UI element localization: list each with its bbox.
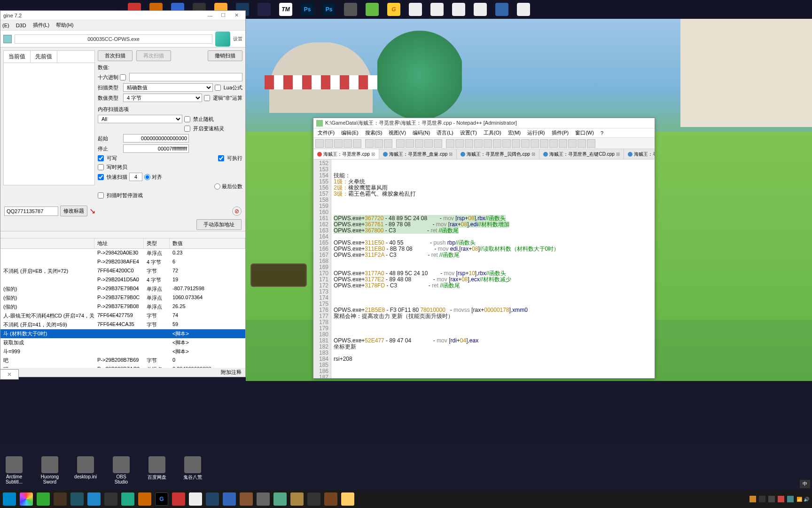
maximize-button[interactable]: ☐ <box>217 12 229 19</box>
toolbar-button[interactable] <box>396 139 405 148</box>
tab-current-value[interactable]: 当前值 <box>4 51 31 63</box>
menu-macro[interactable]: 宏(M) <box>506 129 523 136</box>
first-scan-button[interactable]: 首次扫描 <box>98 50 133 61</box>
close-button[interactable]: ✕ <box>230 12 242 19</box>
pause-checkbox[interactable] <box>98 192 104 198</box>
speedhack-checkbox[interactable] <box>184 126 190 132</box>
lua-checkbox[interactable] <box>215 85 221 91</box>
menu-edit[interactable]: 编辑(E) <box>339 129 361 136</box>
taskbar-icon[interactable] <box>240 492 253 506</box>
explorer-icon[interactable] <box>341 492 354 506</box>
tray-icon[interactable] <box>787 496 794 502</box>
table-row[interactable]: P->29B2038AFE44 字节6 <box>0 258 245 267</box>
menu-item[interactable]: (E) <box>2 23 9 28</box>
toolbar-button[interactable] <box>502 139 511 148</box>
toolbar-button[interactable] <box>344 139 352 148</box>
executable-checkbox[interactable] <box>218 155 224 161</box>
toolbar-button[interactable] <box>334 139 343 148</box>
toolbar-button[interactable] <box>446 139 454 148</box>
file-icon[interactable] <box>452 3 465 16</box>
app-icon[interactable]: TM <box>279 3 292 16</box>
undo-scan-button[interactable]: 撤销扫描 <box>208 50 242 61</box>
taskbar-icon[interactable] <box>104 492 117 506</box>
taskbar-icon[interactable] <box>70 492 84 506</box>
table-row[interactable]: 不消耗 (开启=41，关闭=59)7FF64E44CA35字节59 <box>0 320 245 329</box>
app-icon[interactable] <box>366 3 379 16</box>
start-button[interactable] <box>3 492 16 506</box>
toolbar-button[interactable] <box>521 139 530 148</box>
manual-add-button[interactable]: 手动添加地址 <box>196 219 242 230</box>
language-indicator[interactable]: 中 <box>800 480 810 488</box>
table-row[interactable]: P->29B2041D5A04 字节19 <box>0 276 245 285</box>
taskbar-icon[interactable] <box>172 492 185 506</box>
tab-previous-value[interactable]: 先前值 <box>31 51 57 63</box>
tray-icon[interactable] <box>750 496 756 502</box>
process-picker-icon[interactable] <box>3 35 12 43</box>
desktop-icon[interactable]: 百度网盘 <box>145 456 169 484</box>
app-icon[interactable] <box>495 3 508 16</box>
toolbar-button[interactable] <box>531 139 539 148</box>
fastscan-value[interactable] <box>129 173 142 181</box>
found-list[interactable] <box>3 63 95 185</box>
ce-logo-icon[interactable] <box>215 32 230 47</box>
taskbar-icon[interactable] <box>206 492 219 506</box>
table-row[interactable]: 不消耗 (开启=EB，关闭=72)7FF64E4200C0字节72 <box>0 267 245 276</box>
process-name[interactable]: 000035CC-OPWS.exe <box>15 34 212 44</box>
menu-plugins[interactable]: 插件(P) <box>549 129 571 136</box>
align-radio[interactable] <box>144 174 150 180</box>
toolbar-button[interactable] <box>406 139 414 148</box>
hex-checkbox[interactable] <box>120 74 126 80</box>
tray-icon[interactable] <box>778 496 784 502</box>
qq-input[interactable] <box>4 206 58 216</box>
desktop-icon[interactable]: ArctimeSubtitl... <box>2 456 26 484</box>
chrome-icon[interactable]: G <box>155 492 168 506</box>
writable-checkbox[interactable] <box>98 155 104 161</box>
toolbar-button[interactable] <box>587 139 595 148</box>
table-row[interactable]: P->298420A0E30单浮点0.23 <box>0 249 245 258</box>
taskbar-icon[interactable] <box>20 492 33 506</box>
menu-file[interactable]: 文件(F) <box>315 129 337 136</box>
table-row[interactable]: (假的)P->29B37E79B0C单浮点1060.073364 <box>0 294 245 302</box>
menu-help[interactable]: ? <box>598 130 606 136</box>
wechat-icon[interactable] <box>37 492 50 506</box>
taskbar-icon[interactable] <box>189 492 202 506</box>
desktop-icon[interactable]: OBS Studio <box>109 456 133 484</box>
value-input[interactable] <box>129 73 242 81</box>
toolbar-button[interactable] <box>455 139 464 148</box>
menu-item[interactable]: 帮助(H) <box>56 22 73 29</box>
taskbar-icon[interactable] <box>138 492 151 506</box>
toolbar-button[interactable] <box>559 139 567 148</box>
tray-expand-icon[interactable]: 📶 🔊 <box>796 497 809 502</box>
taskbar-icon[interactable] <box>121 492 134 506</box>
taskbar-icon[interactable] <box>273 492 287 506</box>
menu-search[interactable]: 搜索(S) <box>363 129 385 136</box>
mem-filter-select[interactable]: All <box>98 115 182 123</box>
toolbar-button[interactable] <box>568 139 577 148</box>
menu-settings[interactable]: 设置(T) <box>458 129 479 136</box>
editor-tab[interactable]: 海贼王：寻觅世界_血量.cpp⊠ <box>379 149 457 159</box>
modify-title-button[interactable]: 修改标题 <box>60 206 87 216</box>
file-icon[interactable] <box>474 3 487 16</box>
npp-titlebar[interactable]: K:\GameData\海贼王：寻觅世界\海贼王：寻觅世界.cpp - Note… <box>313 118 655 128</box>
table-row[interactable]: (假的)P->29B37E79B04单浮点-807.7912598 <box>0 285 245 294</box>
toolbar-button[interactable] <box>415 139 423 148</box>
toolbar-button[interactable] <box>484 139 492 148</box>
photoshop-icon[interactable]: Ps <box>301 3 314 16</box>
tray-icon[interactable] <box>759 496 765 502</box>
editor-tab[interactable]: 海贼王：寻觅世界_贝阔色.cpp⊠ <box>457 149 539 159</box>
taskbar-icon[interactable] <box>87 492 101 506</box>
toolbar-button[interactable] <box>434 139 442 148</box>
toolbar-button[interactable] <box>325 139 333 148</box>
menu-window[interactable]: 窗口(W) <box>573 129 596 136</box>
desktop-icon[interactable]: desktop.ini <box>73 456 98 484</box>
not-checkbox[interactable] <box>204 95 210 101</box>
menu-run[interactable]: 运行(R) <box>525 129 547 136</box>
table-row[interactable]: 吧P->29B208B7B69字节0 <box>0 356 245 365</box>
stop-addr-input[interactable] <box>123 144 189 153</box>
value-type-select[interactable]: 4 字节 <box>123 94 202 102</box>
app-icon[interactable] <box>258 3 271 16</box>
menu-tools[interactable]: 工具(O) <box>481 129 504 136</box>
taskbar-icon[interactable] <box>290 492 304 506</box>
taskbar-icon[interactable] <box>257 492 270 506</box>
ce-footer[interactable]: 附加注释 <box>0 368 245 377</box>
